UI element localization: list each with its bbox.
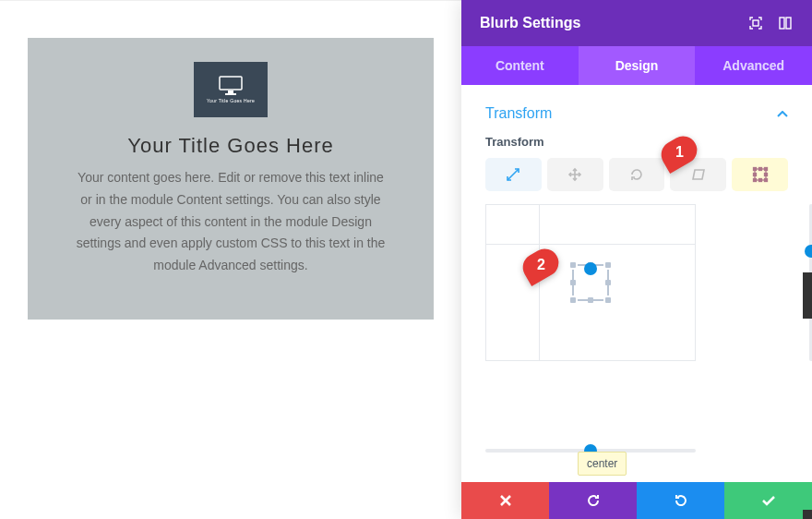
close-icon xyxy=(499,494,512,507)
annotation-marker-1-label: 1 xyxy=(675,144,684,161)
panel-header: Blurb Settings xyxy=(461,0,812,46)
svg-rect-0 xyxy=(220,77,242,90)
svg-rect-11 xyxy=(758,168,761,171)
editor-canvas: Your Title Goes Here Your Title Goes Her… xyxy=(0,0,461,519)
svg-rect-5 xyxy=(786,18,791,29)
snap-icon[interactable] xyxy=(777,15,794,31)
svg-rect-12 xyxy=(758,179,761,182)
blurb-icon-caption: Your Title Goes Here xyxy=(207,98,255,103)
transform-type-tabs xyxy=(485,158,788,191)
panel-body: Transform Transform xyxy=(461,85,812,482)
settings-panel: Blurb Settings Content Design Advanced T… xyxy=(461,0,812,519)
origin-horizontal-value: center xyxy=(578,452,627,476)
transform-field-label: Transform xyxy=(485,135,788,149)
panel-title: Blurb Settings xyxy=(480,15,734,31)
svg-rect-7 xyxy=(753,168,756,171)
svg-rect-14 xyxy=(764,174,767,176)
tab-content[interactable]: Content xyxy=(461,46,579,85)
origin-grid[interactable] xyxy=(485,204,696,361)
svg-rect-8 xyxy=(764,168,767,171)
origin-point-handle[interactable] xyxy=(584,262,597,275)
transform-origin-editor: top center xyxy=(485,204,788,426)
blurb-body[interactable]: Your content goes here. Edit or remove t… xyxy=(70,167,391,277)
slider-handle[interactable] xyxy=(805,245,812,258)
annotation-marker-2-label: 2 xyxy=(537,257,545,273)
blurb-icon-box: Your Title Goes Here xyxy=(194,62,268,117)
svg-rect-3 xyxy=(753,20,758,26)
decorative-patch xyxy=(803,510,812,519)
blurb-module[interactable]: Your Title Goes Here Your Title Goes Her… xyxy=(28,38,434,320)
svg-rect-10 xyxy=(764,179,767,182)
svg-rect-4 xyxy=(780,18,784,29)
panel-footer xyxy=(461,482,812,519)
svg-rect-13 xyxy=(753,174,756,176)
svg-rect-2 xyxy=(225,93,236,95)
section-transform-header[interactable]: Transform xyxy=(485,102,788,129)
transform-tab-origin[interactable] xyxy=(732,158,788,191)
check-icon xyxy=(761,495,776,506)
settings-tabs: Content Design Advanced xyxy=(461,46,812,85)
transform-tab-scale[interactable] xyxy=(485,158,542,191)
chevron-up-icon xyxy=(777,106,788,121)
redo-icon xyxy=(674,493,688,508)
blurb-title[interactable]: Your Title Goes Here xyxy=(70,134,391,158)
monitor-icon xyxy=(219,76,243,96)
decorative-patch xyxy=(803,272,812,319)
undo-icon xyxy=(586,493,601,508)
svg-rect-1 xyxy=(228,91,233,93)
cancel-button[interactable] xyxy=(461,482,549,519)
redo-button[interactable] xyxy=(637,482,724,519)
section-transform-title: Transform xyxy=(485,105,552,122)
undo-button[interactable] xyxy=(549,482,637,519)
transform-tab-translate[interactable] xyxy=(547,158,603,191)
confirm-button[interactable] xyxy=(724,482,812,519)
tab-advanced[interactable]: Advanced xyxy=(695,46,812,85)
tab-design[interactable]: Design xyxy=(579,46,696,85)
svg-rect-9 xyxy=(753,179,756,182)
expand-icon[interactable] xyxy=(747,15,764,31)
annotation-marker-2: 2 xyxy=(522,251,559,279)
annotation-marker-1: 1 xyxy=(661,139,698,166)
transform-tab-rotate[interactable] xyxy=(609,158,665,191)
